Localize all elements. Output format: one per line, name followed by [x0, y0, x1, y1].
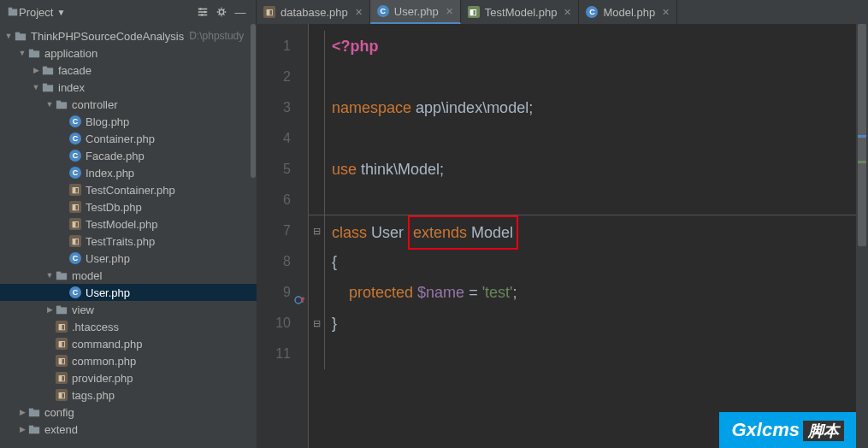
tree-item[interactable]: ▶CIndex.php: [0, 164, 257, 181]
tree-item[interactable]: ▼index: [0, 79, 257, 96]
tree-item[interactable]: ▶◧provider.php: [0, 369, 257, 386]
tree-arrow-icon[interactable]: ▶: [17, 408, 27, 416]
tree-item-label: Facade.php: [86, 150, 145, 162]
tree-item-label: facade: [58, 64, 92, 77]
svg-rect-23: [29, 426, 33, 428]
tab-user[interactable]: C User.php ✕: [370, 0, 461, 24]
collapse-icon[interactable]: —: [232, 3, 249, 21]
sidebar-scrollbar[interactable]: [250, 24, 257, 448]
tree-item[interactable]: ▶◧.htaccess: [0, 318, 257, 335]
tree-item[interactable]: ▼application: [0, 44, 257, 62]
php-file-icon: ◧: [468, 6, 480, 18]
tree-arrow-icon[interactable]: ▶: [44, 305, 55, 314]
tree-arrow-icon[interactable]: ▶: [31, 66, 41, 74]
tree-item[interactable]: ▶extend: [0, 421, 257, 438]
tree-item[interactable]: ▶CContainer.php: [0, 130, 257, 147]
tree-item-label: application: [44, 47, 97, 60]
tree-arrow-icon[interactable]: ▼: [44, 271, 55, 280]
tree-item[interactable]: ▼controller: [0, 96, 257, 113]
php-class-icon: C: [68, 132, 82, 145]
folder-icon: [55, 268, 68, 282]
tab-database[interactable]: ◧ database.php ✕: [257, 0, 370, 24]
svg-rect-11: [43, 67, 47, 69]
php-class-icon: C: [68, 115, 82, 128]
php-file-icon: ◧: [55, 320, 68, 333]
fold-end-icon[interactable]: ⊟: [309, 308, 325, 339]
svg-rect-12: [43, 85, 53, 91]
tree-item[interactable]: ▶CUser.php: [0, 250, 257, 267]
tree-item-label: command.php: [72, 338, 142, 351]
line-gutter: 1 2 3 4 5 6 7 8 9 10 11: [257, 24, 308, 448]
watermark-logo: Gxlcms脚本: [719, 412, 856, 448]
php-file-icon: ◧: [68, 217, 82, 231]
tree-item-label: Container.php: [86, 133, 155, 145]
tree-arrow-icon[interactable]: ▼: [3, 32, 14, 40]
fold-column[interactable]: ⊟ ⊟: [308, 24, 325, 448]
folder-icon: [27, 46, 41, 60]
svg-point-4: [201, 14, 204, 16]
svg-rect-8: [29, 50, 39, 57]
svg-point-5: [219, 9, 223, 14]
tab-testmodel[interactable]: ◧ TestModel.php ✕: [461, 0, 580, 24]
svg-rect-9: [29, 50, 33, 52]
tab-model[interactable]: C Model.php ✕: [579, 0, 677, 24]
editor-scrollbar[interactable]: [856, 24, 868, 448]
code-area[interactable]: <?php namespace app\index\model; use thi…: [325, 24, 856, 448]
php-file-icon: ◧: [68, 200, 82, 214]
tree-item[interactable]: ▶CFacade.php: [0, 147, 257, 164]
tree-item[interactable]: ▶◧TestDb.php: [0, 198, 257, 215]
close-icon[interactable]: ✕: [564, 7, 571, 18]
settings-slider-icon[interactable]: [194, 3, 211, 21]
tree-item[interactable]: ▶◧common.php: [0, 352, 257, 369]
override-marker-icon[interactable]: [294, 286, 306, 298]
tree-arrow-icon[interactable]: ▼: [17, 49, 27, 57]
project-tree[interactable]: ▼ThinkPHPSourceCodeAnalysisD:\phpstudy▼a…: [0, 24, 257, 448]
tree-item[interactable]: ▶◧TestContainer.php: [0, 181, 257, 198]
svg-point-2: [199, 8, 202, 10]
php-class-icon: C: [68, 166, 82, 180]
svg-rect-0: [9, 9, 18, 16]
close-icon[interactable]: ✕: [355, 7, 363, 18]
gear-icon[interactable]: [213, 3, 230, 21]
svg-rect-19: [56, 306, 61, 309]
tab-label: TestModel.php: [485, 6, 558, 19]
tree-item[interactable]: ▶CUser.php: [0, 284, 257, 301]
svg-rect-7: [15, 32, 20, 35]
tree-item[interactable]: ▶config: [0, 404, 257, 421]
tree-item[interactable]: ▶CBlog.php: [0, 113, 257, 130]
tree-item-label: Blog.php: [86, 115, 129, 128]
fold-toggle-icon[interactable]: ⊟: [309, 215, 325, 246]
tree-item[interactable]: ▶◧tags.php: [0, 386, 257, 404]
php-class-icon: C: [68, 286, 82, 299]
tree-item[interactable]: ▶◧TestTraits.php: [0, 233, 257, 250]
php-class-icon: C: [586, 6, 598, 18]
tree-item[interactable]: ▶view: [0, 301, 257, 318]
svg-rect-14: [56, 102, 67, 109]
project-title: Project: [19, 6, 53, 19]
tree-arrow-icon[interactable]: ▼: [44, 100, 55, 109]
tree-item[interactable]: ▶◧command.php: [0, 335, 257, 352]
tree-item-label: TestModel.php: [86, 218, 158, 231]
close-icon[interactable]: ✕: [662, 7, 670, 18]
svg-point-3: [204, 11, 206, 14]
tree-arrow-icon[interactable]: ▶: [17, 425, 27, 433]
folder-icon: [41, 80, 55, 94]
chevron-down-icon: ▼: [56, 8, 65, 17]
svg-rect-18: [56, 307, 67, 314]
tree-item-label: view: [72, 304, 94, 316]
tree-item[interactable]: ▼model: [0, 267, 257, 284]
tree-item[interactable]: ▼ThinkPHPSourceCodeAnalysisD:\phpstudy: [0, 27, 257, 44]
folder-icon: [27, 422, 41, 436]
php-file-icon: ◧: [55, 354, 68, 368]
tree-item-label: provider.php: [72, 372, 133, 385]
tree-arrow-icon[interactable]: ▼: [31, 83, 41, 91]
highlight-box: extends Model: [408, 215, 518, 250]
project-panel-header[interactable]: Project ▼ —: [0, 0, 257, 24]
tab-label: User.php: [394, 5, 439, 18]
tree-item-label: TestContainer.php: [86, 184, 175, 197]
tree-item[interactable]: ▶◧TestModel.php: [0, 215, 257, 233]
tree-item[interactable]: ▶facade: [0, 62, 257, 79]
code-editor[interactable]: 1 2 3 4 5 6 7 8 9 10 11 ⊟ ⊟ <?php namesp…: [257, 24, 868, 448]
close-icon[interactable]: ✕: [446, 6, 453, 17]
tree-item-label: TestDb.php: [86, 201, 142, 214]
